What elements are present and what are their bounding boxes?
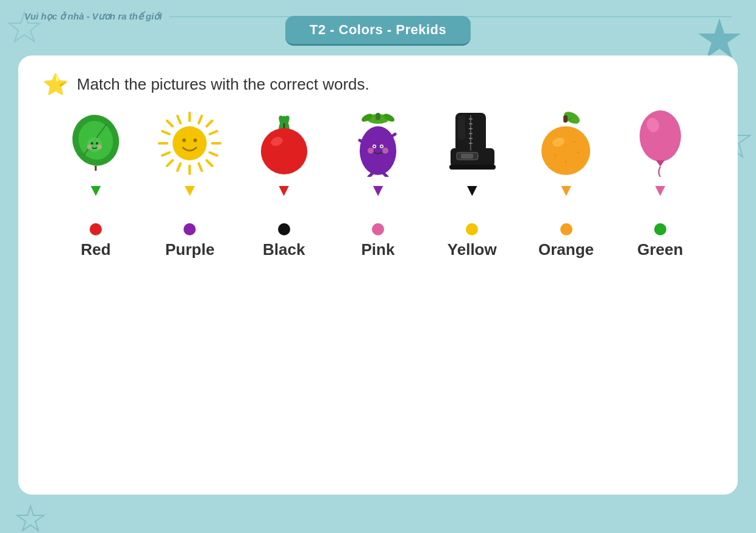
picture-leaf: ▼ — [56, 113, 135, 199]
leaf-svg — [65, 113, 126, 177]
svg-point-8 — [87, 137, 102, 152]
picture-boot: ▼ — [432, 107, 512, 199]
word-purple: Purple — [150, 223, 229, 259]
svg-point-48 — [368, 148, 374, 154]
picture-eggplant: ▼ — [338, 107, 418, 199]
label-green: Green — [637, 240, 683, 259]
svg-line-23 — [210, 131, 217, 134]
svg-rect-69 — [563, 115, 568, 123]
svg-line-25 — [210, 152, 217, 156]
arrow-balloon: ▼ — [652, 182, 669, 199]
svg-point-31 — [182, 138, 186, 142]
arrow-eggplant: ▼ — [369, 182, 387, 199]
label-yellow: Yellow — [448, 240, 497, 259]
eggplant-svg — [348, 107, 408, 177]
svg-line-28 — [177, 163, 180, 171]
arrow-tomato: ▼ — [276, 182, 293, 199]
svg-line-29 — [199, 163, 202, 171]
svg-point-72 — [573, 141, 576, 143]
orange-svg — [534, 107, 598, 177]
word-black: Black — [244, 223, 324, 259]
svg-marker-79 — [656, 160, 665, 166]
boot-svg — [438, 107, 505, 177]
svg-marker-4 — [17, 506, 44, 531]
label-black: Black — [263, 240, 305, 259]
label-orange: Orange — [538, 240, 594, 259]
label-red: Red — [81, 240, 111, 259]
dot-black — [278, 223, 290, 235]
dot-green — [654, 223, 666, 235]
svg-point-37 — [261, 128, 307, 174]
svg-line-27 — [199, 116, 202, 123]
dot-orange — [560, 223, 572, 235]
svg-line-53 — [383, 173, 387, 177]
svg-line-18 — [167, 121, 173, 126]
svg-point-43 — [360, 126, 396, 175]
picture-sun: ▼ — [150, 110, 229, 199]
word-orange: Orange — [527, 223, 606, 259]
words-row: Red Purple Black Pink Yellow Orange Gree… — [43, 223, 713, 259]
sun-svg — [156, 110, 223, 177]
arrow-boot: ▼ — [463, 182, 480, 199]
svg-line-19 — [207, 160, 212, 166]
star-bullet-icon: ⭐ — [43, 74, 68, 95]
svg-point-49 — [382, 148, 388, 154]
svg-point-9 — [91, 142, 93, 145]
pictures-row: ▼ — [43, 107, 713, 199]
dot-purple — [184, 223, 196, 235]
svg-line-26 — [177, 116, 180, 123]
label-pink: Pink — [362, 240, 395, 259]
svg-point-73 — [577, 151, 579, 154]
tomato-svg — [254, 110, 315, 177]
svg-rect-65 — [449, 165, 496, 170]
picture-tomato: ▼ — [244, 110, 324, 199]
picture-orange: ▼ — [527, 107, 606, 199]
word-yellow: Yellow — [432, 223, 512, 259]
svg-point-75 — [565, 160, 567, 163]
dot-yellow — [466, 223, 478, 235]
instruction-row: ⭐ Match the pictures with the correct wo… — [43, 74, 713, 95]
arrow-sun: ▼ — [182, 182, 199, 199]
svg-rect-64 — [461, 154, 473, 159]
svg-line-24 — [162, 152, 169, 156]
dot-pink — [372, 223, 384, 235]
svg-point-11 — [87, 145, 92, 149]
dot-red — [90, 223, 102, 235]
svg-line-20 — [207, 121, 212, 126]
arrow-orange: ▼ — [558, 182, 575, 199]
arrow-leaf: ▼ — [87, 182, 104, 199]
title-banner: T2 - Colors - Prekids — [285, 16, 471, 46]
svg-point-70 — [541, 126, 590, 175]
svg-point-32 — [193, 138, 197, 142]
svg-point-12 — [97, 145, 102, 149]
svg-rect-42 — [376, 113, 380, 120]
svg-point-47 — [380, 146, 382, 148]
title-banner-wrap: T2 - Colors - Prekids — [0, 16, 756, 46]
svg-point-30 — [173, 126, 207, 160]
balloon-svg — [633, 107, 688, 177]
svg-line-21 — [167, 160, 173, 166]
svg-rect-66 — [458, 115, 465, 140]
svg-point-74 — [554, 154, 557, 157]
word-green: Green — [621, 223, 700, 259]
svg-line-52 — [369, 173, 373, 177]
picture-balloon: ▼ — [621, 107, 700, 199]
svg-point-10 — [96, 142, 98, 145]
svg-point-77 — [640, 110, 681, 162]
label-purple: Purple — [165, 240, 215, 259]
instruction-text: Match the pictures with the correct word… — [77, 75, 369, 94]
word-red: Red — [56, 223, 135, 259]
main-card: ⭐ Match the pictures with the correct wo… — [18, 55, 738, 495]
pictures-section: ▼ — [43, 107, 713, 199]
svg-line-22 — [162, 131, 169, 134]
svg-point-45 — [373, 146, 375, 148]
word-pink: Pink — [338, 223, 418, 259]
